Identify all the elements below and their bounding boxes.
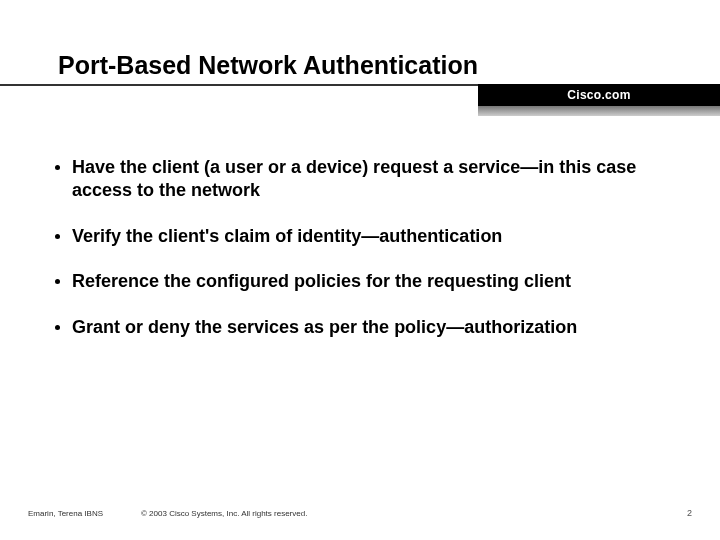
- footer-copyright: © 2003 Cisco Systems, Inc. All rights re…: [141, 509, 307, 518]
- bullet-item: Have the client (a user or a device) req…: [55, 156, 660, 203]
- bullet-dot-icon: [55, 279, 60, 284]
- bullet-item: Reference the configured policies for th…: [55, 270, 660, 293]
- bullet-text: Grant or deny the services as per the po…: [72, 316, 577, 339]
- slide: Port-Based Network Authentication Cisco.…: [0, 0, 720, 540]
- title-area: Port-Based Network Authentication: [0, 0, 720, 80]
- bullet-text: Have the client (a user or a device) req…: [72, 156, 660, 203]
- bullet-text: Reference the configured policies for th…: [72, 270, 571, 293]
- footer: Emarin, Terena IBNS © 2003 Cisco Systems…: [28, 508, 692, 518]
- bullet-dot-icon: [55, 325, 60, 330]
- brand-bar: Cisco.com: [478, 84, 720, 106]
- title-underline: [0, 84, 478, 86]
- brand-text: Cisco.com: [567, 88, 630, 102]
- bullet-dot-icon: [55, 165, 60, 170]
- footer-author: Emarin, Terena IBNS: [28, 509, 103, 518]
- bullet-item: Grant or deny the services as per the po…: [55, 316, 660, 339]
- brand-bar-shadow: [478, 106, 720, 116]
- page-title: Port-Based Network Authentication: [58, 50, 720, 80]
- footer-left: Emarin, Terena IBNS © 2003 Cisco Systems…: [28, 509, 307, 518]
- bullet-dot-icon: [55, 234, 60, 239]
- bullet-text: Verify the client's claim of identity—au…: [72, 225, 502, 248]
- page-number: 2: [687, 508, 692, 518]
- bullet-item: Verify the client's claim of identity—au…: [55, 225, 660, 248]
- content-area: Have the client (a user or a device) req…: [55, 156, 660, 361]
